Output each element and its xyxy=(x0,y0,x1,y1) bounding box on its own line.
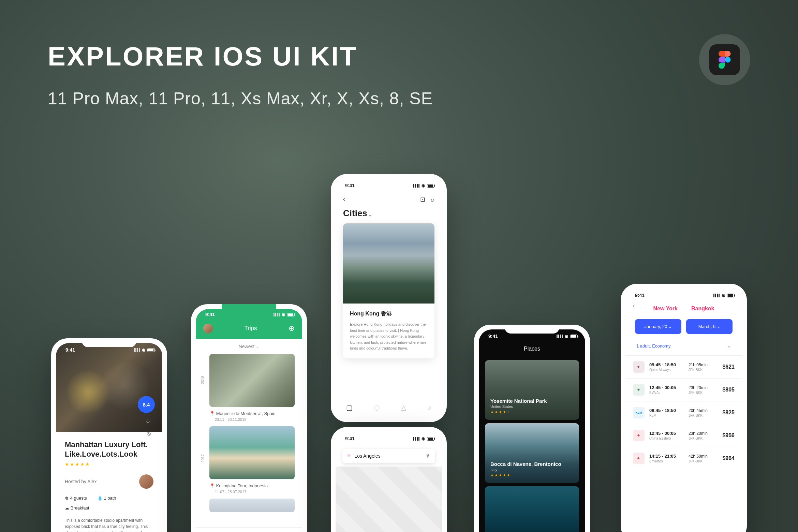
airline-name: Emirates xyxy=(649,459,686,463)
flight-duration: 23h 20min xyxy=(689,431,714,436)
map-canvas[interactable] xyxy=(336,467,442,532)
flight-row[interactable]: ✈ 09:45 - 18:50 Qatar Airways 21h 05min … xyxy=(625,355,742,378)
back-icon[interactable]: ‹ xyxy=(343,196,345,203)
place-country: Italy xyxy=(490,468,574,472)
mockup-trips: 9:41 ◉ Trips ⊕ Newest 2018 2017 📍 Monest… xyxy=(191,304,307,532)
status-time: 9:41 xyxy=(635,293,645,298)
status-time: 9:41 xyxy=(345,436,355,441)
trips-header: Trips xyxy=(213,325,289,332)
flight-row[interactable]: ✈ 12:45 - 00:05 EVA Air 23h 20min JFK-BK… xyxy=(625,378,742,401)
trip-image xyxy=(209,499,295,512)
flight-times: 12:45 - 00:05 xyxy=(649,385,686,390)
airline-name: China Eastern xyxy=(649,437,686,440)
flight-row[interactable]: ✈ 12:45 - 00:05 China Eastern 23h 20min … xyxy=(625,424,742,447)
map-search-bar[interactable]: ≡ Los Angeles 🎙 xyxy=(342,449,435,463)
listing-description: This is a comfortable studio apartment w… xyxy=(65,517,153,532)
place-card[interactable]: Calella de Palafrugell xyxy=(485,486,579,532)
depart-date-chip[interactable]: January, 20 xyxy=(635,319,681,334)
place-stars: ★★★★★ xyxy=(490,473,574,477)
airline-icon: ✈ xyxy=(633,361,645,373)
flight-duration: 42h 50min xyxy=(689,454,714,459)
flight-price: $964 xyxy=(714,455,735,461)
menu-icon[interactable]: ≡ xyxy=(347,453,350,459)
search-icon[interactable]: ⌕ xyxy=(431,196,434,203)
airline-icon: ✈ xyxy=(633,453,645,464)
flight-row[interactable]: KLM 09:45 - 18:50 KLM 20h 45min JFK-BKK … xyxy=(625,401,742,424)
host-label: Hosted by Alex xyxy=(65,479,97,484)
city-card[interactable]: Hong Kong 香港 Explore Hong Kong holidays … xyxy=(343,223,434,358)
hero-title: EXPLORER IOS UI KIT xyxy=(48,41,357,72)
flight-times: 14:15 - 21:05 xyxy=(649,454,686,459)
profile-avatar[interactable] xyxy=(203,324,213,333)
year-label: 2018 xyxy=(201,376,205,384)
trip-card[interactable] xyxy=(209,499,295,512)
map-icon[interactable]: ⊡ xyxy=(420,196,425,203)
flight-duration: 23h 20min xyxy=(689,385,714,390)
place-country: United States xyxy=(490,404,574,409)
airline-name: EVA Air xyxy=(649,391,686,395)
tab-search-icon[interactable]: ⌕ xyxy=(427,403,431,411)
amenity-guests: ♚ 4 guests xyxy=(65,496,87,501)
cities-heading[interactable]: Cities xyxy=(336,207,442,223)
place-card[interactable]: Bocca di Navene, Brentonico Italy ★★★★★ xyxy=(485,423,579,483)
passenger-selector[interactable]: 1 adult, Economy⌄ xyxy=(625,338,742,355)
route-from[interactable]: New York xyxy=(653,306,677,312)
airline-icon: ✈ xyxy=(633,430,645,441)
favorite-icon[interactable]: ♡ xyxy=(145,417,151,425)
mockup-map: 9:41 ◉ ≡ Los Angeles 🎙 xyxy=(331,427,447,532)
trip-location: 📍 Monestir de Montserrat, Spain xyxy=(209,411,295,416)
route-to[interactable]: Bangkok xyxy=(691,306,714,312)
status-time: 9:41 xyxy=(65,347,75,353)
flight-route: JFK-BKK xyxy=(689,437,714,440)
place-name: Yosemite National Park xyxy=(490,398,574,404)
flight-duration: 20h 45min xyxy=(689,408,714,413)
sort-dropdown[interactable]: Newest xyxy=(196,339,302,354)
figma-icon xyxy=(709,44,740,75)
airline-name: Qatar Airways xyxy=(649,368,686,372)
tab-bell-icon[interactable]: △ xyxy=(401,403,406,412)
flight-route: JFK-BKK xyxy=(689,368,714,372)
trip-dates: 23.11 - 30.11.2018 xyxy=(215,417,295,422)
airline-icon: ✈ xyxy=(633,384,645,396)
place-name: Bocca di Navene, Brentonico xyxy=(490,461,574,467)
flight-price: $621 xyxy=(714,364,735,370)
mic-icon[interactable]: 🎙 xyxy=(426,453,430,459)
tab-bar: ▢ ◌ △ ⌕ xyxy=(336,397,442,417)
flight-route: JFK-BKK xyxy=(689,391,714,395)
flight-route: JFK-BKK xyxy=(689,414,714,417)
city-image xyxy=(343,223,434,304)
flight-times: 12:45 - 00:05 xyxy=(649,431,686,436)
search-text: Los Angeles xyxy=(354,453,380,459)
add-trip-icon[interactable]: ⊕ xyxy=(289,324,295,333)
year-label: 2017 xyxy=(201,454,205,462)
trip-card[interactable]: 📍 Kelingking Tour, Indonesia 11.07 - 25.… xyxy=(209,426,295,494)
tab-bar: ⊡ ✈ ⊙ ♔ xyxy=(196,527,302,532)
trip-card[interactable]: 📍 Monestir de Montserrat, Spain 23.11 - … xyxy=(209,354,295,422)
trip-dates: 11.07 - 25.07.2017 xyxy=(215,490,295,494)
mockup-cities: 9:41 ◉ ‹ ⊡⌕ Cities Hong Kong 香港 Explore … xyxy=(331,174,447,422)
trip-image xyxy=(209,354,295,407)
listing-hero-image: 9:41 ◉ 8.4 ♡ xyxy=(56,343,162,432)
rating-badge: 8.4 xyxy=(138,396,155,413)
flight-row[interactable]: ✈ 14:15 - 21:05 Emirates 42h 50min JFK-B… xyxy=(625,447,742,470)
flight-price: $825 xyxy=(714,410,735,416)
city-title: Hong Kong 香港 xyxy=(350,310,428,317)
places-header: Places xyxy=(479,343,585,357)
mockup-listing: 9:41 ◉ 8.4 ♡ ⎋ Manhattan Luxury Loft. Li… xyxy=(51,338,167,532)
mockup-places: 9:41 ◉ Places Yosemite National Park Uni… xyxy=(474,325,590,532)
back-icon[interactable]: ‹ xyxy=(633,302,635,309)
tab-home-icon[interactable]: ▢ xyxy=(346,403,353,412)
flight-route: JFK-BKK xyxy=(689,459,714,463)
share-icon[interactable]: ⎋ xyxy=(147,430,151,437)
hero-subtitle: 11 Pro Max, 11 Pro, 11, Xs Max, Xr, X, X… xyxy=(48,89,433,108)
tab-chat-icon[interactable]: ◌ xyxy=(374,403,380,412)
host-avatar[interactable] xyxy=(139,474,153,489)
listing-title: Manhattan Luxury Loft. Like.Love.Lots.Lo… xyxy=(65,440,153,459)
figma-badge xyxy=(699,34,750,85)
flight-price: $805 xyxy=(714,387,735,393)
airline-name: KLM xyxy=(649,414,686,417)
place-card[interactable]: Yosemite National Park United States ★★★… xyxy=(485,360,579,420)
return-date-chip[interactable]: March, 5 xyxy=(686,319,733,334)
svg-point-0 xyxy=(725,57,731,63)
airline-icon: KLM xyxy=(633,407,645,418)
